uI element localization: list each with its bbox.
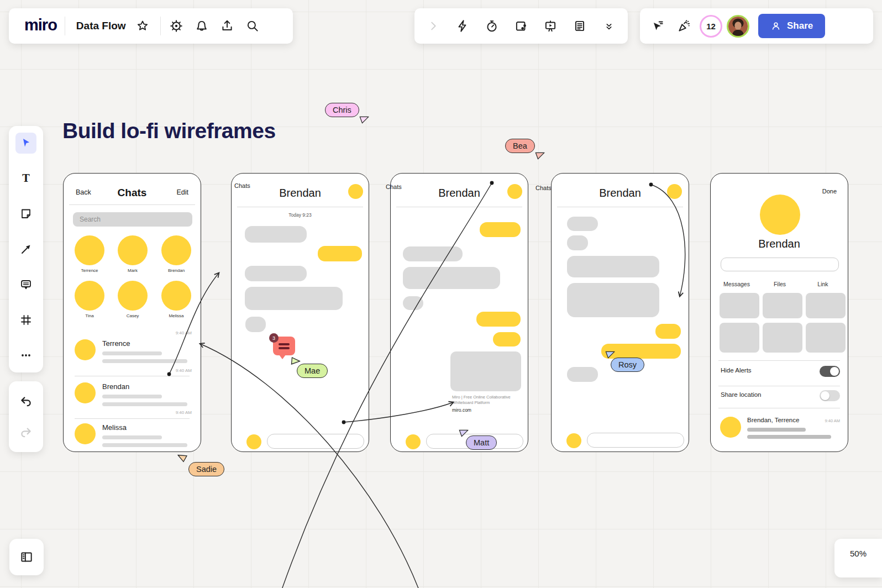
person-icon [770, 20, 781, 32]
message-bubble [567, 217, 598, 231]
collaborator-cursor-chris: Chris [325, 103, 359, 117]
hide-collaborator-cursors-icon[interactable] [647, 15, 669, 37]
divider [396, 207, 522, 207]
message-bubble [403, 267, 500, 289]
svg-text:T: T [22, 172, 30, 184]
zoom-level-control[interactable]: 50% [834, 539, 882, 578]
avatar [75, 281, 104, 311]
more-tools-dots-icon[interactable] [15, 345, 36, 366]
notes-icon[interactable] [569, 15, 591, 37]
divider [718, 408, 840, 408]
tab-messages: Messages [715, 281, 758, 287]
board-name[interactable]: Data Flow [65, 20, 132, 32]
wireframe-phone-conversation-2[interactable]: Chats Brendan Miro | Free Online Collabo… [390, 173, 528, 452]
wireframe-phone-chat-list[interactable]: Back Chats Edit Search Terrence Mark Bre… [63, 173, 201, 452]
message-input [587, 433, 684, 448]
favorite-star-icon[interactable] [132, 15, 154, 37]
link-preview-title: Miro | Free Online Collaborative Whitebo… [452, 395, 519, 406]
export-upload-icon[interactable] [216, 15, 238, 37]
comment-sticker[interactable]: 3 [273, 337, 295, 355]
contact-input [721, 258, 839, 271]
media-thumbnail [720, 293, 759, 318]
wireframe-phone-conversation-1[interactable]: Chats Brendan Today 9:23 3 [231, 173, 369, 452]
chat-row-name: Terrence [102, 339, 130, 348]
text-tool[interactable]: T [15, 168, 36, 189]
avatar [348, 184, 363, 199]
present-icon[interactable] [539, 15, 561, 37]
select-tool[interactable] [15, 133, 36, 154]
quick-actions-bolt-icon[interactable] [452, 15, 474, 37]
divider [75, 376, 190, 376]
timer-icon[interactable] [481, 15, 503, 37]
avatar [75, 423, 96, 444]
media-thumbnail [763, 323, 802, 353]
message-bubble [480, 222, 521, 237]
wireframe-phone-conversation-3[interactable]: Chats Brendan [551, 173, 689, 452]
comment-tool[interactable] [15, 274, 36, 295]
avatar [507, 184, 522, 199]
timestamp: 9:40 AM [176, 368, 192, 373]
wireframe-phone-contact-detail[interactable]: Done Brendan Messages Files Link Hide Al… [710, 173, 848, 452]
chat-row-name: Brendan, Terrence [747, 417, 799, 423]
contact-melissa: Melissa [159, 281, 193, 318]
message-bubble [655, 324, 681, 339]
cursor-label: Sadie [188, 462, 224, 476]
message-bubble [567, 235, 588, 250]
share-button[interactable]: Share [758, 14, 825, 38]
text-placeholder [747, 428, 806, 432]
settings-gear-icon[interactable] [165, 15, 187, 37]
hide-alerts-toggle [820, 366, 840, 377]
text-placeholder [102, 351, 162, 355]
expand-chevron-icon[interactable] [422, 15, 444, 37]
message-bubble [493, 332, 521, 347]
collaborator-cursor-rosy: Rosy [611, 358, 644, 372]
more-tools-chevrons-icon[interactable] [598, 15, 620, 37]
miro-canvas[interactable]: Build lo-fi wireframes Back Chats Edit S… [0, 0, 882, 588]
done-button: Done [822, 188, 837, 195]
arrow-tool[interactable] [15, 239, 36, 260]
board-tools-toolbar [414, 8, 628, 44]
app-header-left: miro Data Flow [9, 8, 293, 44]
edit-button: Edit [176, 188, 188, 196]
timestamp: 9:40 AM [825, 418, 840, 423]
avatar [406, 434, 421, 449]
divider [237, 207, 363, 207]
miro-logo[interactable]: miro [18, 16, 65, 36]
avatar [118, 235, 148, 265]
text-placeholder [102, 435, 162, 439]
history-toolbar [9, 381, 43, 452]
message-bubble [567, 283, 659, 317]
message-bubble [245, 317, 266, 332]
message-bubble [567, 256, 659, 277]
creation-toolbar: T [9, 126, 43, 372]
app-header-right: 12 Share [640, 8, 873, 44]
collaborator-count-badge[interactable]: 12 [700, 15, 722, 38]
link-preview-image [450, 351, 521, 391]
message-input [267, 434, 364, 449]
frames-icon[interactable] [510, 15, 532, 37]
date-label: Today 9:23 [232, 212, 369, 218]
media-thumbnail [806, 293, 846, 318]
cursor-label: Chris [325, 103, 359, 117]
frame-tool[interactable] [15, 309, 36, 330]
divider [557, 207, 683, 207]
avatar [75, 339, 96, 360]
chat-row-name: Brendan [102, 382, 129, 391]
redo-button[interactable] [15, 422, 36, 443]
search-icon[interactable] [242, 15, 264, 37]
timestamp: 9:40 AM [176, 330, 192, 335]
frames-panel-toggle[interactable] [9, 539, 44, 575]
notifications-bell-icon[interactable] [191, 15, 213, 37]
celebrate-confetti-icon[interactable] [673, 15, 695, 37]
board-title-text[interactable]: Build lo-fi wireframes [62, 119, 276, 143]
contact-mark: Mark [116, 235, 150, 273]
avatar [566, 433, 581, 448]
contact-name: Brendan [711, 238, 848, 250]
cursor-label: Matt [466, 435, 497, 450]
undo-button[interactable] [15, 391, 36, 412]
contact-terrence: Terrence [72, 235, 107, 273]
cursor-label: Rosy [611, 358, 644, 372]
user-avatar[interactable] [727, 15, 749, 38]
sticky-note-tool[interactable] [15, 203, 36, 224]
avatar [720, 417, 741, 438]
